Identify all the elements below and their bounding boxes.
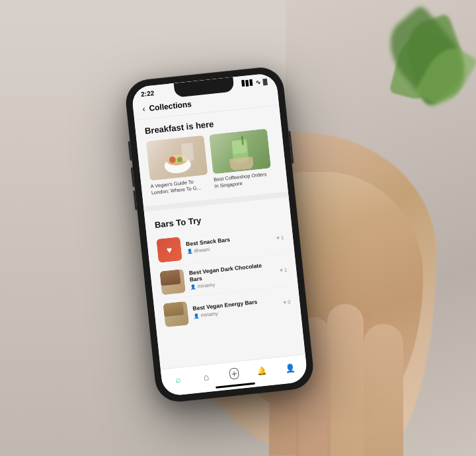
like-icon-2: ♥ — [280, 267, 284, 273]
search-tab-icon: ⌕ — [175, 374, 182, 385]
item-info-1: Best Snack Bars 👤 dhwani — [186, 232, 272, 254]
status-time: 2:22 — [141, 89, 155, 98]
thumb-img-1: ♥ — [156, 237, 182, 263]
tab-add[interactable]: + — [219, 367, 249, 381]
item-info-3: Best Vegan Energy Bars 👤 miriamy — [192, 296, 279, 319]
card-image-1 — [146, 135, 208, 181]
heart-icon: ♥ — [166, 244, 173, 255]
tab-profile[interactable]: 👤 — [276, 361, 305, 373]
status-icons: ▋▋▋ ∿ ▓ — [241, 78, 267, 87]
item-likes-3: ♥ 0 — [283, 299, 291, 305]
author-icon-2: 👤 — [190, 284, 197, 290]
scene: 2:22 ▋▋▋ ∿ ▓ ‹ Collections — [0, 0, 476, 456]
nav-title: Collections — [149, 99, 192, 113]
wifi-icon: ∿ — [255, 79, 261, 86]
item-likes-2: ♥ 1 — [280, 267, 288, 274]
thumb-snack-bars: ♥ — [156, 237, 182, 263]
signal-icon: ▋▋▋ — [242, 79, 255, 87]
author-icon-3: 👤 — [193, 313, 200, 319]
battery-icon: ▓ — [262, 78, 268, 85]
card-label-1: A Vegan's Guide To London: Where To G... — [151, 177, 210, 196]
breakfast-image — [146, 135, 208, 181]
drink-image — [209, 129, 271, 174]
thumb-img-3 — [163, 301, 190, 327]
like-icon-1: ♥ — [276, 235, 280, 241]
like-icon-3: ♥ — [283, 299, 287, 305]
phone-wrapper: 2:22 ▋▋▋ ∿ ▓ ‹ Collections — [128, 61, 309, 395]
add-tab-icon: + — [229, 367, 239, 379]
bars-section: Bars To Try ♥ Best Snack Bars — [144, 199, 301, 336]
card-vegan-guide[interactable]: A Vegan's Guide To London: Where To G... — [146, 135, 210, 196]
author-icon-1: 👤 — [186, 248, 193, 254]
card-label-2: Best Coffeeshop Orders In Singapore — [214, 171, 273, 190]
plant-decoration — [364, 13, 469, 159]
item-info-2: Best Vegan Dark Chocolate Bars 👤 miriamy — [189, 261, 276, 290]
thumb-energy-bars — [163, 301, 190, 327]
cards-row: A Vegan's Guide To London: Where To G... — [146, 128, 278, 196]
card-image-2 — [209, 129, 271, 174]
home-tab-icon: ⌂ — [203, 371, 210, 382]
item-likes-1: ♥ 1 — [276, 235, 284, 241]
phone: 2:22 ▋▋▋ ∿ ▓ ‹ Collections — [124, 65, 315, 404]
thumb-img-2 — [160, 268, 186, 295]
content-area: Breakfast is here — [134, 105, 306, 377]
thumb-dark-chocolate — [160, 268, 186, 295]
phone-screen: 2:22 ▋▋▋ ∿ ▓ ‹ Collections — [131, 73, 308, 397]
bell-tab-icon: 🔔 — [257, 365, 267, 375]
phone-shell: 2:22 ▋▋▋ ∿ ▓ ‹ Collections — [124, 65, 315, 404]
breakfast-section: Breakfast is here — [134, 105, 288, 204]
finger-1 — [364, 324, 403, 456]
finger-2 — [327, 304, 364, 456]
tab-home[interactable]: ⌂ — [192, 370, 221, 383]
tab-search[interactable]: ⌕ — [164, 373, 193, 385]
profile-tab-icon: 👤 — [285, 363, 296, 373]
back-button[interactable]: ‹ — [142, 104, 145, 114]
card-coffeeshop[interactable]: Best Coffeeshop Orders In Singapore — [209, 129, 272, 190]
tab-notifications[interactable]: 🔔 — [248, 365, 277, 377]
